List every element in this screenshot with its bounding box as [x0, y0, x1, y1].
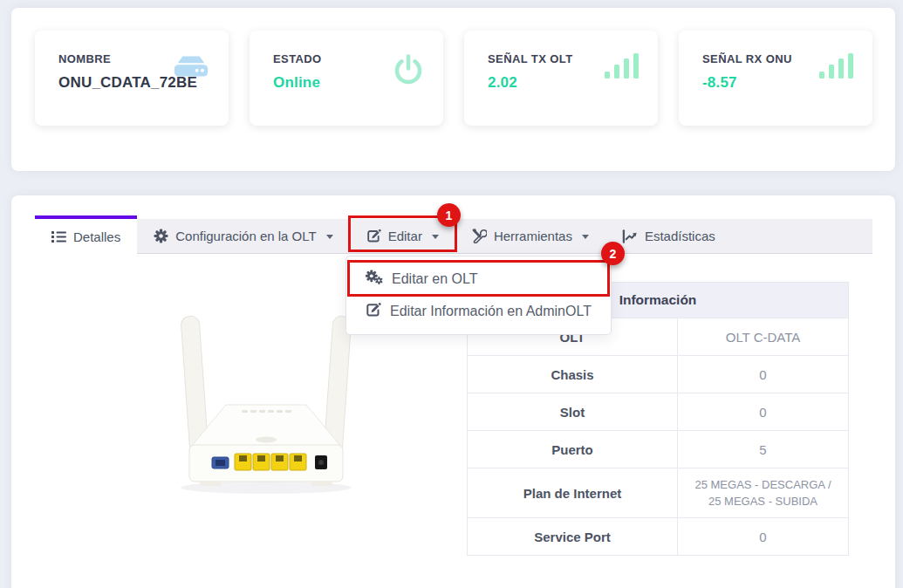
row-value: 0 [678, 393, 849, 431]
row-value: 0 [678, 518, 849, 556]
row-label: Puerto [468, 431, 678, 468]
table-row-service-port: Service Port 0 [468, 518, 849, 556]
highlight-frame-step-2 [347, 260, 610, 297]
table-row-puerto: Puerto 5 [468, 431, 849, 468]
menu-item-editar-informacion-adminolt[interactable]: Editar Información en AdminOLT [346, 295, 611, 328]
row-label: Plan de Internet [468, 468, 678, 518]
tab-detalles[interactable]: Detalles [35, 215, 137, 254]
page: NOMBRE ONU_CDATA_72BE ESTADO Online [0, 0, 903, 588]
row-label: Chasis [468, 356, 678, 393]
chevron-down-icon [582, 235, 589, 239]
chevron-down-icon [432, 235, 439, 239]
pen-square-icon [366, 229, 381, 243]
step-badge-2: 2 [601, 242, 625, 265]
tab-configuracion-olt[interactable]: Configuración en la OLT [137, 219, 349, 253]
row-value: 25 MEGAS - DESCARGA / 25 MEGAS - SUBIDA [678, 468, 849, 518]
stat-card-nombre: NOMBRE ONU_CDATA_72BE [35, 31, 229, 126]
step-badge-1: 1 [437, 203, 461, 227]
row-value: 5 [678, 431, 849, 468]
menu-item-label: Editar Información en AdminOLT [390, 304, 592, 319]
router-icon [171, 51, 211, 86]
row-value: OLT C-DATA [678, 318, 849, 356]
details-panel: Detalles Configuración [11, 195, 895, 588]
signal-bars-icon [818, 51, 855, 83]
pen-square-icon [366, 302, 381, 321]
tab-estadisticas[interactable]: Estadísticas [605, 219, 732, 253]
onu-product-image [144, 311, 388, 511]
menu-item-editar-en-olt[interactable]: Editar en OLT [346, 263, 611, 295]
tab-label: Editar [388, 229, 422, 243]
menu-item-label: Editar en OLT [392, 271, 477, 287]
stat-card-senal-rx: SEÑAL RX ONU -8.57 [679, 31, 872, 126]
tab-label: Herramientas [494, 229, 572, 243]
row-value: 0 [678, 356, 849, 393]
gear-icon [154, 229, 168, 243]
tab-editar[interactable]: Editar 1 [350, 219, 455, 253]
wrench-screwdriver-icon [472, 229, 487, 243]
row-label: Slot [468, 393, 678, 431]
power-icon [391, 51, 426, 90]
editar-dropdown-menu: Editar en OLT Editar Información en Admi… [345, 256, 612, 335]
chevron-down-icon [326, 235, 333, 239]
chart-line-icon [622, 229, 638, 243]
tab-label: Estadísticas [645, 229, 715, 243]
stat-card-estado: ESTADO Online [250, 31, 443, 126]
cogs-icon [366, 270, 383, 288]
row-label: Service Port [468, 518, 678, 556]
table-row-slot: Slot 0 [468, 393, 849, 431]
stats-panel: NOMBRE ONU_CDATA_72BE ESTADO Online [11, 8, 895, 171]
tabbar: Detalles Configuración [35, 219, 872, 254]
list-icon [51, 230, 66, 243]
stat-card-senal-tx: SEÑAL TX OLT 2.02 [464, 31, 658, 126]
signal-bars-icon [604, 51, 640, 83]
stats-row: NOMBRE ONU_CDATA_72BE ESTADO Online [35, 31, 872, 126]
tab-label: Detalles [73, 229, 120, 244]
tab-label: Configuración en la OLT [175, 229, 316, 243]
tab-herramientas[interactable]: Herramientas [455, 219, 605, 253]
table-row-plan-internet: Plan de Internet 25 MEGAS - DESCARGA / 2… [468, 468, 849, 518]
table-row-chasis: Chasis 0 [468, 356, 849, 393]
